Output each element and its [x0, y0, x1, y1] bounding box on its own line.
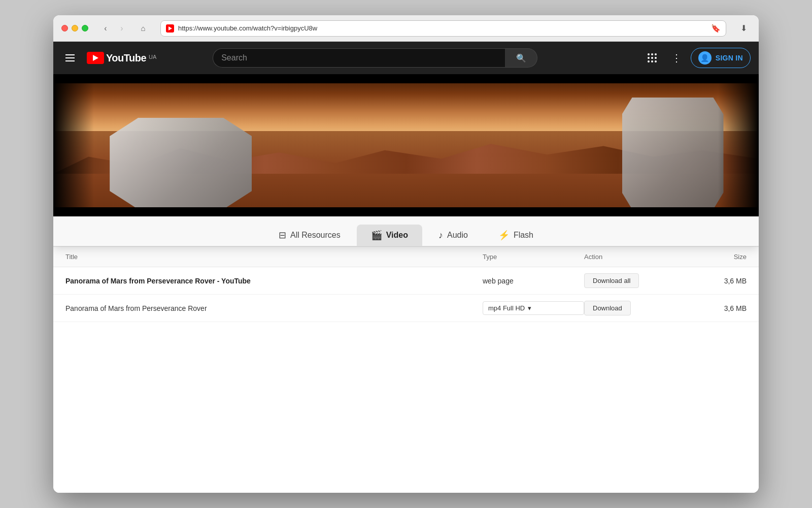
resources-table: Title Type Action Size Panorama of Mars …: [53, 246, 759, 493]
all-resources-icon: ⊟: [279, 230, 286, 241]
table-row: Panorama of Mars from Perseverance Rover…: [53, 267, 759, 295]
grid-dot: [651, 60, 653, 62]
tab-video-label: Video: [386, 231, 408, 240]
grid-dot: [648, 60, 650, 62]
table-row: Panorama of Mars from Perseverance Rover…: [53, 295, 759, 322]
download-all-button[interactable]: Download all: [584, 273, 639, 288]
download-button[interactable]: Download: [584, 301, 631, 315]
video-letterbox-left: [53, 74, 94, 216]
grid-dot: [655, 60, 657, 62]
video-letterbox-right: [718, 74, 759, 216]
rover-right: [622, 98, 724, 209]
grid-dot: [655, 57, 657, 59]
format-value: mp4 Full HD: [488, 304, 525, 312]
video-player[interactable]: [53, 74, 759, 216]
maximize-button[interactable]: [82, 25, 88, 31]
format-dropdown[interactable]: mp4 Full HD ▾: [483, 301, 584, 315]
table-header: Title Type Action Size: [53, 247, 759, 267]
row-action-0: Download all: [584, 273, 686, 288]
sign-in-button[interactable]: 👤 SIGN IN: [691, 48, 751, 68]
row-action-1: Download: [584, 301, 686, 315]
close-button[interactable]: [61, 25, 68, 31]
row-title-0: Panorama of Mars from Perseverance Rover…: [65, 277, 483, 285]
header-right-controls: ⋮ 👤 SIGN IN: [642, 48, 751, 68]
grid-dot: [648, 53, 650, 55]
tab-video[interactable]: 🎬 Video: [357, 225, 422, 246]
video-icon: 🎬: [371, 230, 382, 241]
grid-dot: [648, 57, 650, 59]
header-title: Title: [65, 251, 483, 263]
youtube-header: YouTube UA 🔍 ⋮: [53, 42, 759, 74]
tab-audio[interactable]: ♪ Audio: [424, 225, 482, 246]
youtube-logo-icon: [87, 52, 104, 64]
address-bar[interactable]: https://www.youtube.com/watch?v=irbigpyc…: [160, 20, 726, 37]
row-title-1: Panorama of Mars from Perseverance Rover: [65, 304, 483, 312]
back-button[interactable]: ‹: [98, 21, 113, 36]
grid-dot: [651, 57, 653, 59]
grid-dot: [655, 53, 657, 55]
search-container: 🔍: [213, 48, 537, 68]
hamburger-line-2: [65, 57, 75, 58]
rover-left: [110, 118, 252, 209]
resource-tab-bar: ⊟ All Resources 🎬 Video ♪ Audio ⚡ Flash: [53, 216, 759, 246]
flash-icon: ⚡: [498, 230, 510, 241]
hamburger-line-3: [65, 60, 75, 61]
video-letterbox-bottom: [53, 207, 759, 216]
tab-all-resources[interactable]: ⊟ All Resources: [264, 225, 355, 246]
header-action: Action: [584, 251, 686, 263]
browser-window: ‹ › ⌂ https://www.youtube.com/watch?v=ir…: [53, 15, 759, 493]
title-bar: ‹ › ⌂ https://www.youtube.com/watch?v=ir…: [53, 15, 759, 42]
search-input[interactable]: [213, 48, 505, 68]
apps-grid-button[interactable]: [642, 48, 662, 68]
video-thumbnail: [53, 74, 759, 216]
grid-icon: [648, 53, 657, 62]
chevron-down-icon: ▾: [528, 304, 531, 312]
site-favicon: [166, 24, 174, 33]
row-type-1: mp4 Full HD ▾: [483, 301, 584, 315]
row-type-0: web page: [483, 277, 584, 285]
tab-flash[interactable]: ⚡ Flash: [484, 225, 548, 246]
forward-button[interactable]: ›: [115, 21, 129, 36]
nav-buttons: ‹ ›: [98, 21, 129, 36]
url-text: https://www.youtube.com/watch?v=irbigpyc…: [178, 24, 707, 32]
download-indicator-button[interactable]: ⬇: [736, 21, 751, 36]
youtube-logo-text: YouTube: [106, 52, 146, 64]
video-letterbox-top: [53, 74, 759, 83]
minimize-button[interactable]: [72, 25, 78, 31]
youtube-logo[interactable]: YouTube UA: [87, 52, 156, 64]
bookmark-button[interactable]: 🔖: [711, 24, 721, 33]
home-button[interactable]: ⌂: [136, 21, 150, 36]
more-options-button[interactable]: ⋮: [666, 48, 687, 68]
youtube-country-badge: UA: [149, 54, 156, 60]
row-size-1: 3,6 MB: [686, 304, 747, 312]
hamburger-line-1: [65, 54, 75, 55]
account-icon: 👤: [698, 51, 712, 65]
tab-audio-label: Audio: [447, 231, 468, 240]
header-size: Size: [686, 251, 747, 263]
tab-flash-label: Flash: [514, 231, 533, 240]
grid-dot: [651, 53, 653, 55]
row-size-0: 3,6 MB: [686, 277, 747, 285]
header-type: Type: [483, 251, 584, 263]
traffic-lights: [61, 25, 88, 31]
audio-icon: ♪: [438, 230, 443, 241]
sign-in-label: SIGN IN: [716, 54, 743, 62]
hamburger-menu-button[interactable]: [61, 50, 79, 66]
search-button[interactable]: 🔍: [505, 48, 537, 68]
tab-all-resources-label: All Resources: [290, 231, 341, 240]
